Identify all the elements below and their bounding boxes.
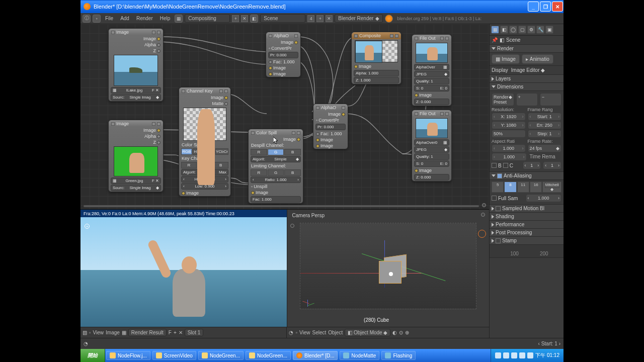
motion-panel-header[interactable]: Sampled Motion Bl [490, 205, 564, 213]
zoom-reset-icon[interactable]: + [85, 224, 90, 229]
maximize-button[interactable]: ❐ [540, 2, 551, 12]
layout-del-button[interactable]: ✕ [241, 15, 248, 22]
editor-type-icon[interactable]: ◔ [84, 341, 88, 346]
node-editor[interactable]: Image Image Alpha Z ▦ILake.jpgF ✕ Sourc:… [80, 24, 489, 210]
source-field[interactable]: Sourc:Single Imag◆ [111, 185, 161, 191]
pin-icon[interactable]: 📌 [492, 37, 498, 43]
stamp-checkbox[interactable] [496, 238, 501, 243]
editor-type-icon[interactable]: ◔ [289, 330, 293, 335]
slot-dropdown[interactable]: Slot 1 [185, 329, 204, 336]
fps-dropdown[interactable]: 24 fps◆ [528, 144, 562, 152]
image-icon[interactable]: ▦ [122, 330, 126, 335]
menu-file[interactable]: File [103, 15, 116, 22]
node-color-spill[interactable]: Color Spill Image Despill Channel: RGB A… [248, 129, 303, 204]
scene-icon[interactable]: ◧ [250, 15, 258, 23]
clock[interactable]: 下午 01:12 [535, 352, 559, 359]
menu-add[interactable]: Add [118, 15, 132, 22]
task-item[interactable]: Flashing [381, 351, 416, 360]
start-button[interactable]: 開始 [80, 349, 105, 362]
aa-size-field[interactable]: ‹1.000› [526, 194, 562, 202]
node-editor-scrollbar[interactable] [84, 205, 479, 207]
crop-checkbox[interactable] [503, 163, 508, 168]
task-item[interactable]: ScreenVideo [152, 351, 196, 360]
task-item[interactable]: NodeFlow.j... [106, 351, 150, 360]
border-checkbox[interactable] [492, 163, 497, 168]
start-field[interactable]: ‹Start: 1› [528, 113, 562, 121]
pivot-icon[interactable]: ⊙ [399, 330, 403, 335]
shading-icon[interactable]: ◐ [392, 330, 397, 335]
preset-del-button[interactable]: − [540, 93, 561, 106]
node-image-green[interactable]: Image Image Alpha Z ▦Green.jpgF ✕ Sourc:… [108, 120, 164, 192]
scene-del-button[interactable]: ✕ [326, 15, 333, 22]
node-alpha-over-2[interactable]: AlphaO Image ◦ConvertPr Pr: 0.000 Fac: 1… [313, 104, 348, 149]
layout-add-button[interactable]: + [232, 15, 239, 22]
render-image-button[interactable]: ▦ Image [492, 54, 520, 64]
mode-dropdown[interactable]: ◧ Object Mode ◆ [345, 329, 390, 336]
collapse-icon[interactable]: ▫ [93, 15, 101, 23]
tray-icon[interactable] [503, 352, 509, 358]
render-anim-button[interactable]: ▸ Animatio [522, 54, 553, 64]
filename-field[interactable]: ▦Green.jpgF ✕ [111, 177, 161, 184]
tray-icon[interactable] [519, 352, 525, 358]
node-file-out-2[interactable]: File Out AlphaOver0▦ JPEG◆ Quality: 1 S:… [412, 110, 452, 182]
vp-dot-icon[interactable] [290, 224, 294, 228]
node-image-lake[interactable]: Image Image Alpha Z ▦ILake.jpgF ✕ Sourc:… [108, 28, 164, 102]
stamp-panel-header[interactable]: Stamp [490, 237, 564, 245]
aspect2-field[interactable]: ‹1.000› [492, 153, 527, 161]
system-tray[interactable]: 下午 01:12 [491, 349, 564, 362]
remap-old-field[interactable]: ‹1› [523, 161, 541, 169]
close-button[interactable]: ✕ [552, 2, 563, 12]
res-x-field[interactable]: ‹X: 1920› [492, 113, 526, 121]
viewport-3d[interactable]: Camera Persp [287, 210, 489, 327]
node-composite[interactable]: Composite Image Alpha: 1.000 Z: 1.000 [351, 32, 401, 84]
scene-dropdown[interactable]: Scene [260, 14, 305, 23]
info-icon[interactable]: ⓘ [83, 15, 91, 23]
menu-render[interactable]: Render [134, 15, 155, 22]
window-titlebar[interactable]: Blender* [D:\blender\MyModel\NodeGreenRe… [80, 0, 564, 13]
display-dropdown[interactable]: Image Editor ◆ [511, 67, 561, 73]
layers-panel-header[interactable]: Layers [490, 75, 564, 83]
aa-samples-buttons[interactable]: 581116Mitchell ◆ [492, 182, 561, 193]
motion-checkbox[interactable] [496, 206, 501, 211]
preset-add-button[interactable]: + [516, 93, 538, 106]
limiting-buttons[interactable]: RGB [251, 169, 301, 176]
vp-object[interactable]: Object [328, 330, 343, 335]
menu-help[interactable]: Help [157, 15, 173, 22]
zoom-dot-icon[interactable] [482, 203, 486, 207]
layout-dropdown[interactable]: Compositing [185, 14, 230, 23]
engine-dropdown[interactable]: Blender Render ◆ [335, 14, 383, 23]
fullsample-checkbox[interactable] [492, 196, 497, 201]
despill-buttons[interactable]: RGB [251, 149, 301, 155]
end-field[interactable]: ‹En: 250› [528, 121, 562, 129]
vp-view[interactable]: View [299, 330, 310, 335]
step-field[interactable]: ‹Step: 1› [528, 130, 562, 138]
dimensions-panel-header[interactable]: Dimensions [490, 83, 564, 91]
task-item[interactable]: Blender* [D... [293, 351, 338, 360]
ratio-field[interactable]: ‹Ratio: 1.000› [251, 176, 301, 183]
node-channel-key[interactable]: Channel Key Image Matte Color Space: RGB… [179, 87, 231, 197]
render-panel-header[interactable]: Render [490, 45, 564, 53]
task-item[interactable]: NodeMatte [340, 351, 379, 360]
res-y-field[interactable]: ‹Y: 1080› [492, 121, 526, 129]
render-preset-dropdown[interactable]: Render Preset◆ [492, 93, 514, 106]
filename-field[interactable]: ▦ILake.jpgF ✕ [111, 87, 161, 94]
task-item[interactable]: NodeGreen... [198, 351, 244, 360]
manip-icon[interactable]: ⊕ [405, 330, 409, 335]
tray-icon[interactable] [527, 352, 533, 358]
performance-panel-header[interactable]: Performance [490, 221, 564, 229]
add-button[interactable]: + [174, 330, 177, 335]
iv-image[interactable]: Image [106, 330, 120, 335]
result-dropdown[interactable]: Render Result [128, 329, 167, 336]
tray-icon[interactable] [495, 352, 501, 358]
remap-new-field[interactable]: ‹1› [543, 161, 561, 169]
collapse-icon[interactable]: ▫ [89, 330, 91, 335]
editor-type-icon[interactable]: ▧ [83, 330, 87, 335]
aa-filter-dropdown[interactable]: Mitchell ◆ [542, 182, 561, 193]
iv-view[interactable]: View [93, 330, 104, 335]
cube-object[interactable] [374, 253, 409, 289]
aspect-field[interactable]: ‹1.000› [492, 144, 526, 152]
vp-select[interactable]: Select [312, 330, 326, 335]
node-alpha-over-1[interactable]: AlphaO Image ◦ConvertPr Pr: 0.000 Fac: 1… [266, 32, 301, 77]
task-item[interactable]: NodeGreen... [246, 351, 291, 360]
vp-zoom-icon[interactable] [481, 213, 485, 217]
